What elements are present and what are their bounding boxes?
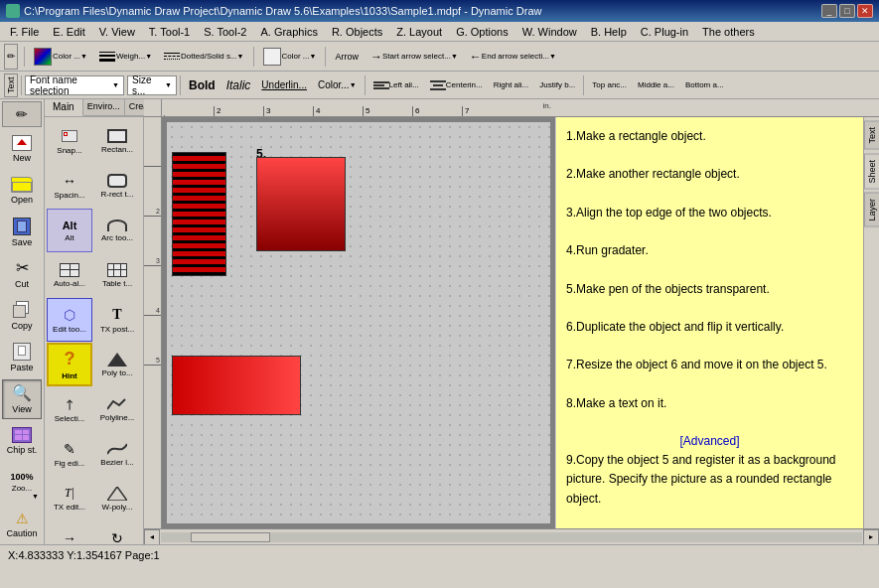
poly-to-tool[interactable]: Poly to... xyxy=(94,343,140,386)
tx-edit-tool[interactable]: T| TX edit... xyxy=(47,477,92,520)
app-icon xyxy=(6,4,20,18)
menu-help[interactable]: B. Help xyxy=(585,24,633,40)
drawing-area[interactable]: 5. xyxy=(162,117,555,528)
tx-post-tool[interactable]: T TX post... xyxy=(94,298,140,342)
auto-al-tool[interactable]: Auto-al... xyxy=(47,253,92,297)
menu-options[interactable]: G. Options xyxy=(450,24,514,40)
weight-button[interactable]: Weigh... ▼ xyxy=(94,46,157,68)
r-rect-tool[interactable]: R-rect t... xyxy=(94,164,140,208)
h-scrollbar[interactable]: ◂ ▸ xyxy=(144,528,879,544)
caution-sidebar-btn[interactable]: ⚠ Caution xyxy=(2,505,42,544)
new-sidebar-btn[interactable]: New xyxy=(2,129,42,169)
snap-tool[interactable]: Snap... xyxy=(47,119,92,163)
tab-sheet[interactable]: Sheet xyxy=(864,154,880,190)
center-button[interactable]: Centerin... xyxy=(425,74,488,96)
separator-3 xyxy=(325,47,326,67)
underline-button[interactable]: Underlin... xyxy=(256,74,312,96)
top-anchor-button[interactable]: Top anc... xyxy=(587,74,632,96)
menu-tool1[interactable]: T. Tool-1 xyxy=(143,24,196,40)
tab-environ[interactable]: Enviro... xyxy=(83,99,125,116)
font-size-dropdown[interactable]: Size s... ▼ xyxy=(127,75,177,95)
bottom-rect[interactable] xyxy=(172,356,301,415)
middle-anchor-button[interactable]: Middle a... xyxy=(633,74,679,96)
text-line-9: 9.Copy the object 5 and register it as a… xyxy=(566,451,853,509)
start-arrow-button[interactable]: → Start arrow select... ▼ xyxy=(366,46,463,68)
justify-button[interactable]: Justify b... xyxy=(534,74,580,96)
tab-main[interactable]: Main xyxy=(45,99,83,116)
bezier-tool[interactable]: Bezier l... xyxy=(94,432,140,476)
canvas-inner[interactable]: 2 3 4 5 5. xyxy=(144,117,879,528)
minimize-button[interactable]: _ xyxy=(821,4,837,18)
svg-marker-0 xyxy=(107,487,127,501)
table-tool[interactable]: Table t... xyxy=(94,253,140,297)
color-button-2[interactable]: Color ... ▼ xyxy=(258,46,322,68)
edit-tool[interactable]: ⬡ Edit too... xyxy=(47,298,92,342)
dotted-dropdown[interactable]: ▼ xyxy=(237,53,244,60)
canvas-container[interactable]: 2 3 4 5 6 7 in. 2 3 4 5 xyxy=(144,99,879,544)
canvas-page[interactable]: 5. xyxy=(167,122,550,523)
pen-sidebar-btn[interactable]: ✏ xyxy=(2,101,42,127)
end-arrow-dropdown[interactable]: ▼ xyxy=(549,53,556,60)
fig-edi-tool[interactable]: ✎ Fig edi... xyxy=(47,432,92,476)
polyline-tool[interactable]: Polyline... xyxy=(94,387,140,431)
pen-tool-tab[interactable]: ✏ xyxy=(4,44,18,70)
align-left-button[interactable]: Left ali... xyxy=(368,74,424,96)
start-arrow-dropdown[interactable]: ▼ xyxy=(451,53,458,60)
dotted-button[interactable]: Dotted/Solid s... ▼ xyxy=(159,46,248,68)
spacing-tool[interactable]: ↔ Spacin... xyxy=(47,164,92,208)
rotatio-tool[interactable]: ↻ Rotatio... xyxy=(94,521,140,544)
menu-file[interactable]: F. File xyxy=(4,24,45,40)
menu-edit[interactable]: E. Edit xyxy=(47,24,90,40)
paste-sidebar-btn[interactable]: Paste xyxy=(2,338,42,377)
text-tab[interactable]: Text xyxy=(4,74,18,97)
end-arrow-button[interactable]: ← End arrow selecti... ▼ xyxy=(465,46,561,68)
menu-others[interactable]: The others xyxy=(696,24,761,40)
scroll-right-btn[interactable]: ▸ xyxy=(863,529,879,545)
scroll-left-btn[interactable]: ◂ xyxy=(144,529,160,545)
gradient-rect[interactable] xyxy=(256,157,346,251)
color2-dropdown[interactable]: ▼ xyxy=(310,53,317,60)
menu-window[interactable]: W. Window xyxy=(516,24,583,40)
maximize-button[interactable]: □ xyxy=(839,4,855,18)
close-button[interactable]: ✕ xyxy=(857,4,873,18)
arrow-label: Arrow xyxy=(330,46,364,68)
weight-dropdown[interactable]: ▼ xyxy=(145,53,152,60)
h-scroll-thumb[interactable] xyxy=(191,532,270,542)
h-scroll-track[interactable] xyxy=(161,532,862,542)
hint-tool[interactable]: ? Hint xyxy=(47,343,92,386)
menu-view[interactable]: V. View xyxy=(93,24,141,40)
font-name-dropdown[interactable]: Font name selection ▼ xyxy=(25,75,124,95)
arw-po-tool[interactable]: → Arw po... xyxy=(47,521,92,544)
menu-plugin[interactable]: C. Plug-in xyxy=(635,24,694,40)
color1-dropdown[interactable]: ▼ xyxy=(80,53,87,60)
italic-button[interactable]: Italic xyxy=(221,74,256,96)
bottom-anchor-button[interactable]: Bottom a... xyxy=(680,74,729,96)
color-button-1[interactable]: Color ... ▼ xyxy=(29,46,92,68)
view-sidebar-btn[interactable]: 🔍 View xyxy=(2,379,42,419)
ruler-top: 2 3 4 5 6 7 in. xyxy=(144,99,879,117)
open-sidebar-btn[interactable]: Open xyxy=(2,171,42,211)
cut-sidebar-btn[interactable]: ✂ Cut xyxy=(2,254,42,294)
selecti-tool[interactable]: ↗ Selecti... xyxy=(47,387,92,431)
copy-sidebar-btn[interactable]: Copy xyxy=(2,296,42,336)
striped-rect[interactable] xyxy=(172,152,226,276)
text-color-button[interactable]: Color... ▼ xyxy=(313,74,362,96)
rectan-tool[interactable]: Rectan... xyxy=(94,119,140,163)
menu-graphics[interactable]: A. Graphics xyxy=(254,24,323,40)
bold-button[interactable]: Bold xyxy=(184,74,220,96)
coordinates: X:4.833333 Y:1.354167 Page:1 xyxy=(8,549,160,561)
right-align-button[interactable]: Right ali... xyxy=(489,74,534,96)
right-panel: 1.Make a rectangle object. 2.Make anothe… xyxy=(555,117,863,528)
chip-sidebar-btn[interactable]: Chip st. xyxy=(2,421,42,461)
tab-layer[interactable]: Layer xyxy=(864,193,880,227)
save-sidebar-btn[interactable]: Save xyxy=(2,213,42,252)
zoom-sidebar-btn[interactable]: 100% Zoo... ▼ xyxy=(2,463,42,503)
arc-tool[interactable]: Arc too... xyxy=(94,209,140,252)
menu-layout[interactable]: Z. Layout xyxy=(390,24,448,40)
w-poly-tool[interactable]: W-poly... xyxy=(94,477,140,520)
tab-text[interactable]: Text xyxy=(864,121,880,150)
menu-tool2[interactable]: S. Tool-2 xyxy=(198,24,252,40)
menu-objects[interactable]: R. Objects xyxy=(326,24,388,40)
alt-tool[interactable]: Alt Alt xyxy=(47,209,92,252)
separator-5 xyxy=(180,75,181,95)
